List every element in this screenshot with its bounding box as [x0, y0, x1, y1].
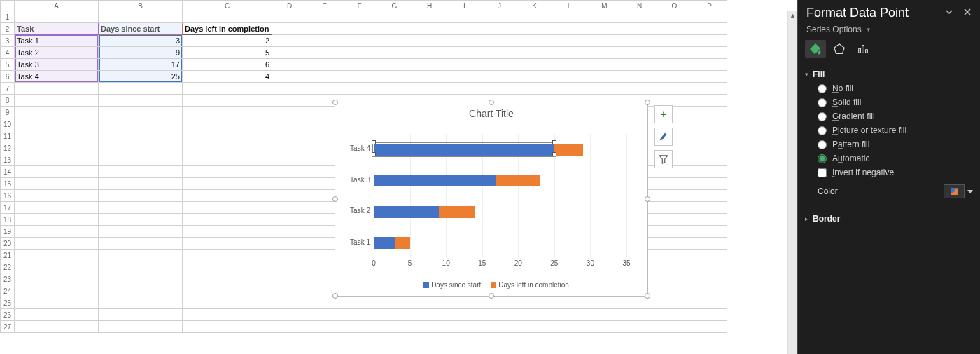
chart-plot-area[interactable]: [374, 134, 626, 257]
cell[interactable]: [482, 59, 517, 71]
cell[interactable]: [622, 23, 657, 35]
cell[interactable]: [657, 226, 692, 238]
cell[interactable]: [307, 23, 342, 35]
cell[interactable]: [657, 250, 692, 261]
cell[interactable]: [447, 23, 482, 35]
cell[interactable]: [657, 11, 692, 23]
cell[interactable]: [99, 285, 183, 297]
cell[interactable]: [183, 202, 272, 214]
cell[interactable]: [272, 202, 307, 214]
cell[interactable]: [272, 23, 307, 35]
chart-bar-segment[interactable]: [374, 237, 396, 249]
cell[interactable]: [272, 95, 307, 107]
cell[interactable]: [99, 107, 183, 118]
row-header[interactable]: 21: [1, 250, 15, 261]
cell[interactable]: [657, 59, 692, 71]
cell[interactable]: [447, 309, 482, 321]
cell[interactable]: [307, 71, 342, 83]
cell[interactable]: [657, 309, 692, 321]
cell[interactable]: [272, 83, 307, 95]
cell[interactable]: [342, 23, 377, 35]
cell[interactable]: [552, 23, 587, 35]
cell[interactable]: [657, 214, 692, 226]
column-header[interactable]: A: [15, 1, 99, 11]
cell[interactable]: [183, 130, 272, 142]
cell[interactable]: [657, 238, 692, 250]
cell[interactable]: [272, 273, 307, 285]
cell[interactable]: Task 4: [15, 71, 99, 83]
cell[interactable]: [15, 214, 99, 226]
cell[interactable]: [692, 71, 727, 83]
cell[interactable]: [342, 83, 377, 95]
chart-title[interactable]: Chart Title: [335, 108, 648, 119]
resize-handle[interactable]: [332, 100, 338, 105]
cell[interactable]: [377, 83, 412, 95]
cell[interactable]: [552, 59, 587, 71]
cell[interactable]: [482, 47, 517, 59]
chart-bar-segment[interactable]: [374, 206, 439, 218]
cell[interactable]: [99, 154, 183, 166]
color-picker-button[interactable]: [944, 184, 965, 198]
cell[interactable]: [272, 214, 307, 226]
row-header[interactable]: 5: [1, 59, 15, 71]
cell[interactable]: [272, 47, 307, 59]
fill-option-pic[interactable]: Picture or texture fill: [818, 125, 973, 135]
cell[interactable]: [183, 190, 272, 202]
resize-handle[interactable]: [645, 293, 650, 299]
effects-tab[interactable]: [829, 40, 850, 58]
cell[interactable]: [99, 273, 183, 285]
scroll-up-arrow-icon[interactable]: ▲: [790, 12, 796, 19]
cell[interactable]: [99, 214, 183, 226]
cell[interactable]: [15, 118, 99, 130]
cell[interactable]: Days since start: [99, 23, 183, 35]
row-header[interactable]: 26: [1, 309, 15, 321]
cell[interactable]: [377, 321, 412, 333]
cell[interactable]: [342, 71, 377, 83]
border-section-header[interactable]: ▸ Border: [798, 210, 980, 228]
cell[interactable]: [587, 71, 622, 83]
column-header[interactable]: B: [99, 1, 183, 11]
checkbox-input[interactable]: [818, 168, 827, 177]
cell[interactable]: [183, 118, 272, 130]
fill-and-line-tab[interactable]: [805, 40, 826, 58]
cell[interactable]: [272, 261, 307, 273]
row-header[interactable]: 22: [1, 261, 15, 273]
cell[interactable]: [183, 285, 272, 297]
row-header[interactable]: 18: [1, 214, 15, 226]
cell[interactable]: [517, 23, 552, 35]
cell[interactable]: [587, 309, 622, 321]
cell[interactable]: [99, 309, 183, 321]
cell[interactable]: [657, 297, 692, 309]
row-header[interactable]: 3: [1, 35, 15, 47]
resize-handle[interactable]: [332, 196, 338, 202]
cell[interactable]: [657, 285, 692, 297]
cell[interactable]: [622, 83, 657, 95]
cell[interactable]: [272, 178, 307, 190]
cell[interactable]: [307, 47, 342, 59]
cell[interactable]: [412, 35, 447, 47]
cell[interactable]: [15, 202, 99, 214]
column-header[interactable]: F: [342, 1, 377, 11]
radio-input[interactable]: [818, 98, 827, 107]
spreadsheet-area[interactable]: ABCDEFGHIJKLMNOP12TaskDays since startDa…: [0, 0, 798, 354]
legend-label[interactable]: Days left in completion: [498, 281, 569, 289]
column-header[interactable]: J: [482, 1, 517, 11]
cell[interactable]: [692, 130, 727, 142]
cell[interactable]: 5: [183, 47, 272, 59]
cell[interactable]: [272, 190, 307, 202]
cell[interactable]: [307, 309, 342, 321]
cell[interactable]: [15, 178, 99, 190]
row-header[interactable]: 11: [1, 130, 15, 142]
cell[interactable]: [307, 297, 342, 309]
cell[interactable]: [692, 261, 727, 273]
cell[interactable]: [99, 83, 183, 95]
cell[interactable]: [482, 11, 517, 23]
cell[interactable]: [342, 11, 377, 23]
fill-option-none[interactable]: No fill: [818, 83, 973, 93]
cell[interactable]: [183, 83, 272, 95]
row-header[interactable]: 19: [1, 226, 15, 238]
cell[interactable]: [272, 142, 307, 154]
cell[interactable]: [657, 71, 692, 83]
row-header[interactable]: 10: [1, 118, 15, 130]
cell[interactable]: [15, 83, 99, 95]
